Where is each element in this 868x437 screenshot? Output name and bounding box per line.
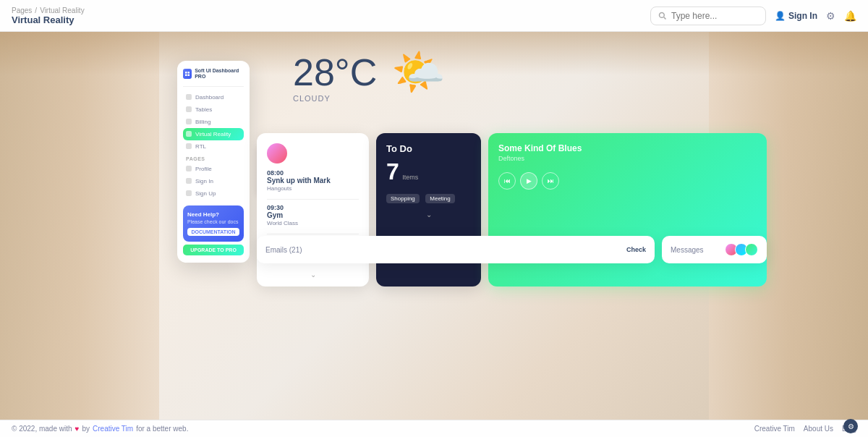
nav-item-dashboard[interactable]: Dashboard bbox=[183, 91, 244, 103]
weather-description: CLOUDY bbox=[293, 94, 377, 103]
footer-author-link[interactable]: Creative Tim bbox=[93, 425, 133, 433]
footer-heart-icon: ♥ bbox=[75, 425, 80, 433]
nav-dot bbox=[186, 166, 192, 171]
nav-label-profile: Profile bbox=[195, 166, 212, 172]
todo-tag-shopping: Shopping bbox=[386, 194, 420, 203]
breadcrumb-current: Virtual Reality bbox=[40, 7, 85, 14]
music-prev-button[interactable]: ⏮ bbox=[498, 172, 516, 190]
nav-label-billing: Billing bbox=[195, 119, 210, 125]
todo-expand-button[interactable]: ⌄ bbox=[386, 208, 471, 221]
nav-dot bbox=[186, 94, 192, 100]
todo-card: To Do 7 Items Shopping Meeting ⌄ bbox=[376, 133, 481, 287]
nav-item-tables[interactable]: Tables bbox=[183, 103, 244, 116]
schedule-title-0: Synk up with Mark bbox=[267, 177, 359, 184]
footer-link-creative-tim[interactable]: Creative Tim bbox=[754, 425, 795, 433]
todo-tag-meeting: Meeting bbox=[425, 194, 454, 203]
header-left: Pages / Virtual Reality Virtual Reality bbox=[12, 7, 85, 25]
search-input[interactable] bbox=[671, 11, 758, 21]
footer-by: by bbox=[82, 425, 90, 433]
footer-copyright: © 2022, made with bbox=[12, 425, 72, 433]
svg-line-1 bbox=[664, 17, 666, 19]
header: Pages / Virtual Reality Virtual Reality … bbox=[0, 0, 868, 32]
documentation-button[interactable]: DOCUMENTATION bbox=[187, 228, 239, 236]
email-card: Emails (21) Check bbox=[257, 236, 655, 263]
footer-suffix: for a better web. bbox=[136, 425, 188, 433]
breadcrumb: Pages / Virtual Reality bbox=[12, 7, 85, 14]
weather-info: 28°C CLOUDY bbox=[293, 54, 377, 103]
nav-dot bbox=[186, 190, 192, 196]
weather-temperature: 28°C bbox=[293, 54, 377, 91]
footer: © 2022, made with ♥ by Creative Tim for … bbox=[0, 420, 868, 437]
footer-right: Creative Tim About Us Blog ⚙ bbox=[754, 425, 856, 433]
footer-link-about-us[interactable]: About Us bbox=[804, 425, 833, 433]
svg-rect-3 bbox=[188, 72, 190, 74]
svg-rect-5 bbox=[188, 75, 190, 77]
schedule-title-1: Gym bbox=[267, 211, 359, 219]
breadcrumb-parent: Pages bbox=[12, 7, 32, 14]
pages-section-label: PAGES bbox=[183, 153, 244, 163]
help-title: Need Help? bbox=[187, 211, 239, 218]
background-area: Soft UI Dashboard PRO Dashboard Tables B… bbox=[0, 32, 868, 420]
panel-brand: Soft UI Dashboard PRO bbox=[183, 68, 244, 87]
sign-in-button[interactable]: 👤 Sign In bbox=[775, 11, 817, 21]
music-next-button[interactable]: ⏭ bbox=[542, 172, 559, 190]
nav-item-virtual-reality[interactable]: Virtual Reality bbox=[183, 128, 244, 140]
music-title: Some Kind Of Blues bbox=[498, 143, 757, 153]
nav-item-sign-in[interactable]: Sign In bbox=[183, 175, 244, 187]
todo-count-label: Items bbox=[402, 174, 418, 181]
nav-item-billing[interactable]: Billing bbox=[183, 116, 244, 128]
room-left-panel bbox=[0, 32, 159, 420]
todo-title: To Do bbox=[386, 143, 471, 154]
weather-icon: 🌤️ bbox=[391, 46, 446, 98]
dashboard-sidebar-panel: Soft UI Dashboard PRO Dashboard Tables B… bbox=[177, 61, 250, 263]
nav-dot bbox=[186, 143, 192, 149]
schedule-time-0: 08:00 bbox=[267, 169, 359, 177]
header-right: 👤 Sign In ⚙ 🔔 bbox=[650, 7, 856, 25]
nav-item-rtl[interactable]: RTL bbox=[183, 140, 244, 153]
schedule-item-0: 08:00 Synk up with Mark Hangouts bbox=[267, 169, 359, 192]
nav-dot-active bbox=[186, 131, 192, 137]
page-title: Virtual Reality bbox=[12, 14, 85, 25]
search-icon bbox=[658, 12, 667, 20]
search-box[interactable] bbox=[650, 7, 766, 25]
nav-dot bbox=[186, 178, 192, 184]
cards-row: 08:00 Synk up with Mark Hangouts 09:30 G… bbox=[257, 133, 767, 287]
svg-rect-4 bbox=[185, 75, 187, 77]
nav-item-profile[interactable]: Profile bbox=[183, 163, 244, 175]
schedule-avatar bbox=[267, 143, 287, 164]
svg-point-0 bbox=[660, 12, 665, 17]
messages-card: Messages bbox=[662, 236, 767, 263]
schedule-sub-1: World Class bbox=[267, 220, 359, 226]
email-label: Emails (21) bbox=[265, 246, 302, 254]
music-card: Some Kind Of Blues Deftones ⏮ ▶ ⏭ bbox=[488, 133, 767, 287]
nav-label-dashboard: Dashboard bbox=[195, 94, 224, 101]
music-controls: ⏮ ▶ ⏭ bbox=[498, 172, 757, 190]
email-check-button[interactable]: Check bbox=[626, 246, 646, 253]
schedule-sub-0: Hangouts bbox=[267, 185, 359, 192]
user-icon: 👤 bbox=[775, 11, 786, 21]
nav-label-rtl: RTL bbox=[195, 143, 206, 150]
schedule-expand-button[interactable]: ⌄ bbox=[267, 268, 359, 281]
music-artist: Deftones bbox=[498, 155, 757, 162]
messages-label: Messages bbox=[671, 246, 704, 254]
schedule-card: 08:00 Synk up with Mark Hangouts 09:30 G… bbox=[257, 133, 369, 287]
messages-avatars bbox=[725, 243, 758, 256]
settings-icon[interactable]: ⚙ bbox=[826, 10, 835, 22]
weather-widget: 28°C CLOUDY 🌤️ bbox=[293, 54, 446, 103]
footer-settings-button[interactable]: ⚙ bbox=[843, 419, 858, 433]
nav-label-tables: Tables bbox=[195, 106, 212, 113]
brand-icon bbox=[183, 69, 192, 79]
svg-rect-2 bbox=[185, 72, 187, 74]
schedule-item-1: 09:30 Gym World Class bbox=[267, 204, 359, 226]
bell-icon[interactable]: 🔔 bbox=[844, 10, 856, 22]
brand-text: Soft UI Dashboard PRO bbox=[195, 68, 244, 80]
nav-label-vr: Virtual Reality bbox=[195, 131, 231, 137]
music-play-button[interactable]: ▶ bbox=[520, 172, 537, 190]
breadcrumb-separator: / bbox=[35, 7, 37, 14]
nav-item-sign-up[interactable]: Sign Up bbox=[183, 187, 244, 200]
footer-left: © 2022, made with ♥ by Creative Tim for … bbox=[12, 425, 188, 433]
upgrade-button[interactable]: UPGRADE TO PRO bbox=[183, 245, 244, 255]
nav-label-sign-in: Sign In bbox=[195, 178, 213, 184]
help-text: Please check our docs bbox=[187, 219, 239, 224]
bottom-cards: Emails (21) Check Messages bbox=[257, 236, 767, 263]
